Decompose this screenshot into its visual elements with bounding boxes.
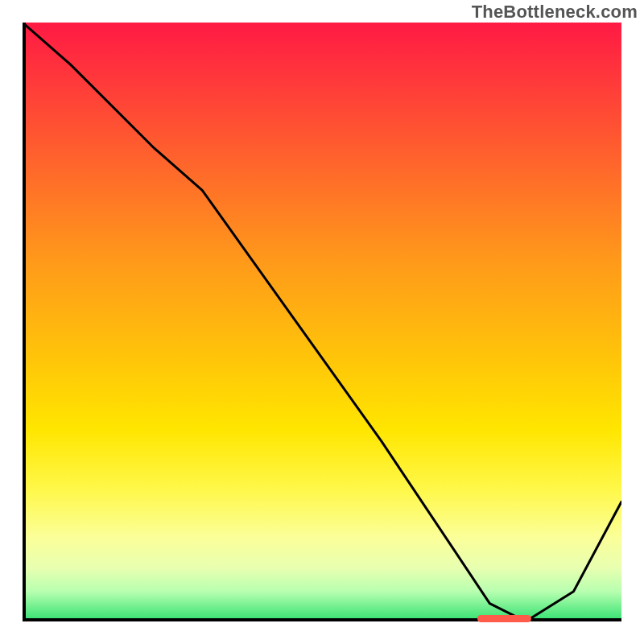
watermark-text: TheBottleneck.com — [472, 2, 638, 23]
chart-container: TheBottleneck.com — [0, 0, 644, 644]
plot-area — [23, 23, 621, 621]
